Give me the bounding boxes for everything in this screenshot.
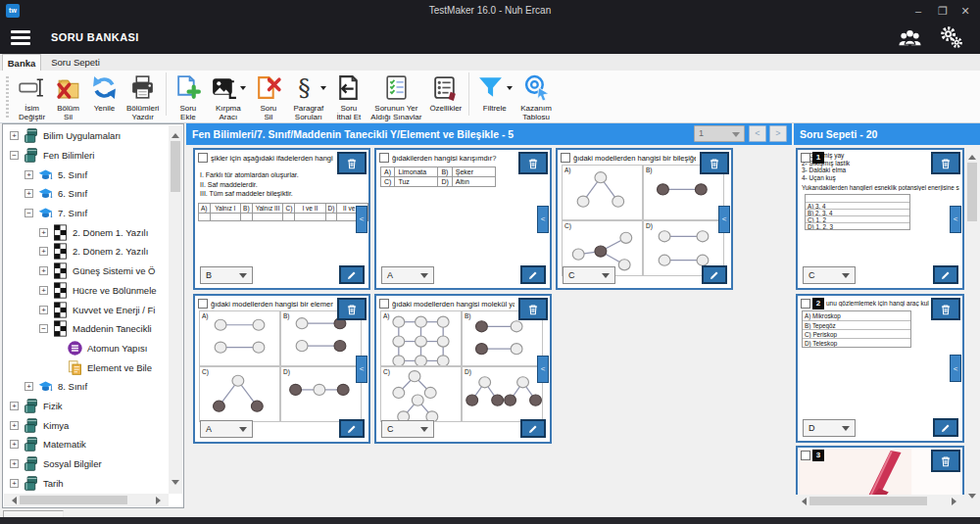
answer-select[interactable]: B [200, 266, 253, 284]
toolbar-sorunun-yer-ald-s-navlar[interactable]: Sorunun YerAldığı Sınavlar [367, 71, 425, 121]
toolbar-i-sim-de-i-tir[interactable]: İsimDeğiştir [14, 71, 50, 121]
delete-question-button[interactable] [518, 298, 548, 320]
tree-item-tarih[interactable]: +Tarih [4, 473, 169, 493]
collapse-button[interactable]: < [537, 356, 549, 383]
expand-icon[interactable]: + [39, 228, 48, 237]
expand-icon[interactable]: + [24, 382, 33, 391]
page-select[interactable]: 1 [694, 125, 745, 142]
expand-icon[interactable]: + [10, 421, 19, 430]
toolbar-filtrele[interactable]: Filtrele [472, 71, 516, 113]
minimize-button[interactable]: – [907, 0, 929, 22]
collapse-button[interactable]: < [356, 356, 368, 383]
answer-select[interactable]: C [381, 420, 434, 438]
toolbar-kazan-m-tablosu[interactable]: KazanımTablosu [516, 71, 556, 121]
tree-item-6-s-n-f[interactable]: +6. Sınıf [4, 184, 169, 204]
hamburger-menu-icon[interactable] [11, 30, 30, 45]
question-checkbox[interactable] [198, 153, 208, 163]
tree-item-matematik[interactable]: +Matematik [4, 435, 169, 454]
tree-item-sosyal-bilgiler[interactable]: +Sosyal Bilgiler [4, 454, 169, 474]
question-checkbox[interactable] [198, 299, 208, 309]
toolbar-b-l-mleri-yazd-r[interactable]: BölümleriYazdır [122, 71, 163, 121]
edit-question-button[interactable] [339, 419, 365, 438]
tree-item-g-ne-sistemi-ve[interactable]: +Güneş Sistemi ve Ö [4, 262, 169, 281]
toolbar-k-rpma-arac[interactable]: KırpmaAracı [206, 71, 250, 121]
tree-item-element-ve-bile[interactable]: Element ve Bile [4, 357, 169, 377]
edit-question-button[interactable] [520, 265, 546, 284]
expand-icon[interactable]: + [39, 286, 48, 295]
expand-icon[interactable]: + [39, 306, 48, 314]
edit-question-button[interactable] [933, 265, 958, 284]
tree-horizontal-scrollbar[interactable] [4, 494, 169, 506]
tree-vertical-scrollbar[interactable] [169, 125, 182, 494]
answer-select[interactable]: C [563, 266, 615, 284]
collapse-icon[interactable]: − [24, 209, 33, 217]
edit-question-button[interactable] [339, 265, 365, 284]
delete-question-button[interactable] [518, 152, 548, 174]
delete-question-button[interactable] [931, 298, 960, 320]
question-checkbox[interactable] [801, 299, 810, 309]
expand-icon[interactable]: + [10, 459, 19, 468]
expand-icon[interactable]: + [10, 131, 19, 140]
tree-item-5-s-n-f[interactable]: +5. Sınıf [4, 165, 169, 184]
tree-item-atomun-yap-s[interactable]: Atomun Yapısı [4, 339, 169, 358]
tree-item-fen-bilimleri[interactable]: −Fen Bilimleri [4, 146, 169, 166]
tree-item-7-s-n-f[interactable]: −7. Sınıf [4, 204, 169, 223]
tree-item-fizik[interactable]: +Fizik [4, 397, 169, 416]
toolbar-paragraf-sorular[interactable]: §ParagrafSoruları [286, 71, 330, 121]
delete-question-button[interactable] [931, 152, 960, 174]
toolbar-soru-sil[interactable]: SoruSil [250, 71, 286, 121]
basket-question-card[interactable]: 1- Gerilmiş yay2- Sıkışmış lastik3- Dald… [796, 148, 964, 290]
tree-item-h-cre-ve-b-l-nmele[interactable]: +Hücre ve Bölünmele [4, 281, 169, 301]
basket-question-card[interactable]: 3 [796, 446, 964, 495]
delete-question-button[interactable] [700, 152, 729, 174]
tree-item-2-d-nem-1-yaz-l[interactable]: +2. Dönem 1. Yazılı [4, 222, 169, 242]
tree-item-kuvvet-ve-enerji-fi[interactable]: +Kuvvet ve Enerji / Fi [4, 300, 169, 319]
close-button[interactable]: ✕ [955, 0, 976, 22]
question-checkbox[interactable] [801, 451, 810, 460]
collapse-icon[interactable]: − [10, 151, 19, 160]
question-card[interactable]: ğıdakilerden hangisi karışımdır?A)Limona… [374, 148, 552, 290]
basket-vertical-scrollbar[interactable] [965, 147, 979, 507]
tree-item-kimya[interactable]: +Kimya [4, 415, 169, 435]
page-prev-button[interactable]: < [749, 125, 766, 142]
delete-question-button[interactable] [337, 298, 367, 320]
collapse-button[interactable]: < [950, 355, 961, 382]
answer-select[interactable]: A [200, 420, 253, 438]
users-icon[interactable] [897, 24, 923, 51]
expand-icon[interactable]: + [10, 440, 19, 449]
tab-banka[interactable]: Banka [2, 54, 41, 71]
collapse-button[interactable]: < [718, 206, 730, 233]
basket-horizontal-scrollbar[interactable] [794, 495, 964, 507]
settings-gears-icon[interactable] [938, 24, 964, 51]
toolbar-zellikler[interactable]: Özellikler [425, 71, 466, 113]
expand-icon[interactable]: + [10, 479, 19, 488]
page-next-button[interactable]: > [769, 125, 787, 142]
tree-item-8-s-n-f[interactable]: +8. Sınıf [4, 377, 169, 397]
question-checkbox[interactable] [379, 299, 389, 309]
answer-select[interactable]: C [803, 266, 856, 284]
tab-soru-sepeti[interactable]: Soru Sepeti [43, 54, 108, 71]
tree-item-maddenin-tanecikli[interactable]: −Maddenin Tanecikli [4, 319, 169, 339]
answer-select[interactable]: D [803, 419, 856, 437]
expand-icon[interactable]: + [10, 402, 19, 410]
edit-question-button[interactable] [520, 419, 546, 438]
toolbar-soru-ekle[interactable]: SoruEkle [170, 71, 206, 121]
expand-icon[interactable]: + [24, 170, 33, 179]
question-card[interactable]: ğıdaki modellerden hangisi bir elemente … [193, 294, 370, 444]
expand-icon[interactable]: + [39, 266, 48, 275]
collapse-icon[interactable]: − [39, 324, 48, 333]
edit-question-button[interactable] [702, 265, 727, 284]
tree-item-bilim-uygulamalar[interactable]: +Bilim Uygulamaları [4, 126, 169, 146]
question-checkbox[interactable] [379, 153, 389, 163]
question-checkbox[interactable] [561, 153, 570, 163]
collapse-button[interactable]: < [537, 206, 549, 233]
tree-item-2-d-nem-2-yaz-l[interactable]: +2. Dönem 2. Yazılı [4, 242, 169, 262]
expand-icon[interactable]: + [39, 247, 48, 256]
toolbar-soru-i-thal-et[interactable]: Soruİthal Et [330, 71, 367, 121]
delete-question-button[interactable] [931, 450, 960, 472]
collapse-button[interactable]: < [356, 206, 368, 233]
collapse-button[interactable]: < [950, 206, 961, 233]
answer-select[interactable]: A [381, 266, 434, 284]
question-checkbox[interactable] [801, 153, 810, 163]
delete-question-button[interactable] [337, 152, 367, 174]
